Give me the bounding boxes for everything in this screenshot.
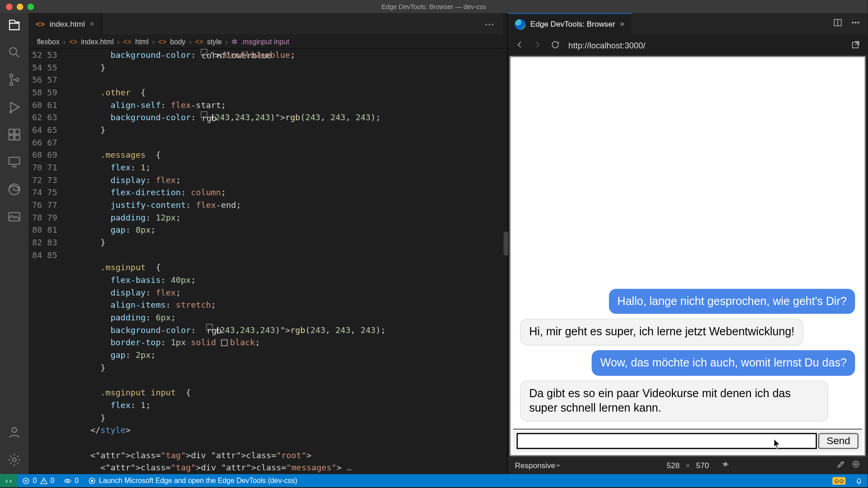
settings-gear-icon[interactable]	[7, 453, 22, 469]
svg-point-4	[9, 111, 12, 113]
svg-point-17	[858, 22, 859, 23]
edge-tools-icon[interactable]	[7, 182, 22, 199]
split-editor-icon[interactable]	[833, 18, 843, 30]
crumb-style[interactable]: style	[207, 37, 222, 45]
crumb-selector[interactable]: .msginput input	[241, 37, 289, 45]
svg-rect-6	[15, 129, 20, 134]
remote-indicator[interactable]	[0, 474, 17, 487]
css-rule-icon: ✲	[231, 37, 237, 45]
viewport-width[interactable]: 528	[667, 460, 680, 469]
account-icon[interactable]	[7, 425, 22, 442]
tab-label: index.html	[50, 19, 85, 28]
html-tag-icon: <>	[195, 37, 203, 45]
svg-point-22	[67, 479, 69, 481]
devtools-tab[interactable]: Edge DevTools: Browser ×	[508, 13, 632, 34]
svg-point-1	[10, 74, 13, 77]
copilot-status[interactable]: ⊙⊙	[828, 477, 850, 484]
svg-point-2	[10, 83, 13, 86]
nav-back-icon[interactable]	[515, 40, 524, 51]
mac-titlebar: Edge DevTools: Browser — dev-css	[0, 0, 868, 13]
viewport-height[interactable]: 570	[696, 460, 709, 469]
launch-task-status[interactable]: Launch Microsoft Edge and open the Edge …	[84, 476, 302, 484]
tab-close-icon[interactable]: ×	[90, 19, 94, 28]
svg-point-15	[852, 22, 854, 23]
chat-message-other: Da gibt es so ein paar Videokurse mit de…	[520, 380, 828, 422]
editor-overflow-icon[interactable]: ⋯	[476, 18, 504, 29]
editor-tabs: <> index.html × ⋯	[28, 13, 503, 34]
svg-rect-7	[9, 135, 14, 140]
chat-message-me: Wow, das möchte ich auch, womit lernst D…	[592, 350, 855, 375]
svg-rect-8	[15, 135, 20, 140]
open-external-icon[interactable]	[851, 40, 860, 51]
nav-forward-icon[interactable]	[533, 40, 542, 51]
chevron-down-icon: ›	[554, 464, 563, 466]
browser-toolbar: http://localhost:3000/	[508, 34, 868, 56]
chat-input-row: Send	[513, 429, 862, 453]
crumb-folder[interactable]: flexbox	[37, 37, 60, 45]
svg-point-0	[9, 47, 17, 55]
devtools-device-bar: Responsive › 528 × 570	[508, 456, 868, 474]
problems-status[interactable]: 0 0	[17, 476, 59, 484]
status-bar: 0 0 0 Launch Microsoft Edge and open the…	[0, 474, 868, 487]
rotate-icon[interactable]	[721, 460, 730, 470]
activity-bar	[0, 13, 28, 474]
chat-message-other: Hi, mir geht es super, ich lerne jetzt W…	[520, 319, 803, 345]
remote-explorer-icon[interactable]	[7, 155, 22, 172]
devtools-tab-label: Edge DevTools: Browser	[530, 19, 615, 28]
breadcrumbs[interactable]: flexbox› <>index.html› <>html› <>body› <…	[28, 34, 503, 49]
code-editor[interactable]: 52 53 54 55 56 57 58 59 60 61 62 63 64 6…	[28, 49, 503, 474]
crumb-body[interactable]: body	[170, 37, 185, 45]
notifications-icon[interactable]	[850, 477, 868, 484]
browser-viewport: Hallo, lange nicht gesprochen, wie geht'…	[509, 56, 866, 456]
html-tag-icon: <>	[158, 37, 166, 45]
tab-close-icon[interactable]: ×	[620, 19, 624, 28]
dimension-x: ×	[686, 460, 690, 469]
window-title: Edge DevTools: Browser — dev-css	[0, 3, 868, 10]
html-file-icon: <>	[36, 19, 45, 28]
search-icon[interactable]	[7, 45, 22, 62]
svg-point-20	[855, 464, 857, 465]
edit-icon[interactable]	[836, 460, 845, 470]
debug-icon[interactable]	[7, 100, 22, 117]
svg-rect-9	[9, 157, 20, 164]
svg-point-3	[16, 78, 19, 81]
explorer-icon[interactable]	[7, 18, 22, 35]
svg-rect-5	[9, 129, 14, 134]
editor-group: <> index.html × ⋯ flexbox› <>index.html›…	[28, 13, 503, 474]
devtools-panel: Edge DevTools: Browser × http://localhos…	[507, 13, 868, 474]
chat-app: Hallo, lange nicht gesprochen, wie geht'…	[513, 60, 862, 453]
more-actions-icon[interactable]	[851, 18, 860, 30]
inspect-icon[interactable]	[851, 460, 860, 470]
device-mode-select[interactable]: Responsive ›	[515, 460, 560, 469]
ports-status[interactable]: 0	[59, 476, 84, 484]
html-file-icon: <>	[69, 37, 77, 45]
chat-message-me: Hallo, lange nicht gesprochen, wie geht'…	[609, 289, 855, 314]
chat-send-button[interactable]: Send	[818, 433, 859, 449]
crumb-file[interactable]: index.html	[81, 37, 113, 45]
chat-text-input[interactable]	[517, 433, 817, 449]
source-control-icon[interactable]	[7, 73, 22, 89]
crumb-html[interactable]: html	[135, 37, 149, 45]
svg-point-13	[13, 458, 16, 462]
svg-point-16	[855, 22, 856, 23]
html-tag-icon: <>	[123, 37, 131, 45]
edge-icon	[515, 19, 526, 30]
svg-point-12	[12, 427, 17, 432]
address-bar[interactable]: http://localhost:3000/	[568, 41, 842, 50]
gallery-icon[interactable]	[7, 210, 22, 226]
split-handle[interactable]	[504, 13, 507, 474]
extensions-icon[interactable]	[7, 127, 22, 144]
chat-messages: Hallo, lange nicht gesprochen, wie geht'…	[513, 60, 862, 429]
reload-icon[interactable]	[551, 40, 560, 51]
tab-index-html[interactable]: <> index.html ×	[28, 13, 102, 34]
